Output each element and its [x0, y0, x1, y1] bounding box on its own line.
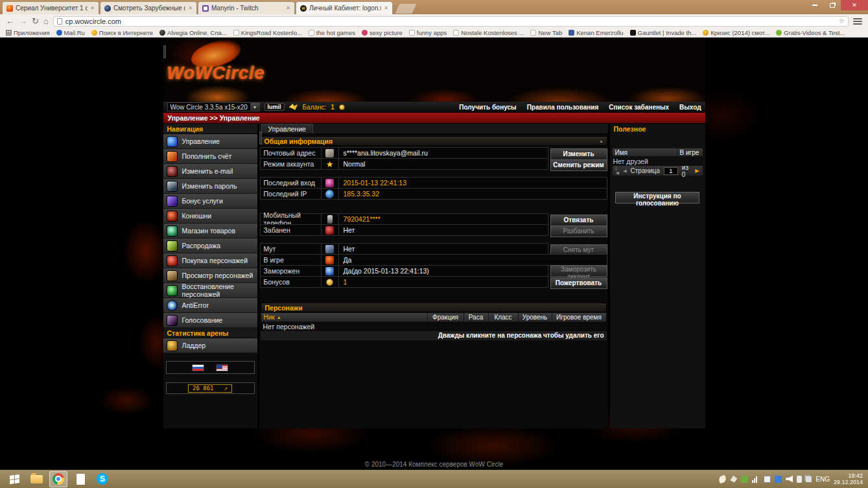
tab-management[interactable]: Управление	[261, 124, 313, 134]
column-faction[interactable]: Фракция	[427, 313, 463, 321]
sidebar-item-ladder[interactable]: Ладдер	[163, 338, 257, 353]
bookmark-gauntlet[interactable]: Gauntlet | Invade th...	[630, 29, 697, 36]
restore-button[interactable]	[823, 0, 841, 10]
apps-shortcut[interactable]: Приложения	[6, 29, 50, 36]
tray-blue-icon[interactable]	[775, 476, 782, 483]
close-button[interactable]: ✕	[841, 0, 868, 10]
sidebar-item-topup[interactable]: Пополнить счёт	[163, 149, 257, 164]
us-flag-icon[interactable]	[216, 364, 228, 371]
tray-leaf-icon[interactable]	[718, 474, 727, 483]
sidebar-item-restore-characters[interactable]: Восстановление персонажей	[163, 283, 257, 298]
server-select[interactable]: Wow Circle 3.3.5a x15-x20 ▾	[167, 102, 260, 111]
tab-smotret[interactable]: Смотреть Зарубежные с ✕	[100, 1, 197, 14]
home-icon[interactable]: ⌂	[43, 17, 49, 25]
start-button[interactable]	[5, 471, 23, 487]
visit-counter-banner[interactable]: 26 861 ↗	[166, 382, 255, 394]
sidebar-item-voting[interactable]: Голосование	[163, 313, 257, 328]
wowcircle-logo[interactable]: WoWCircle	[167, 64, 265, 84]
bookmark-kingsroad[interactable]: KingsRoad Kostenlo...	[233, 29, 302, 36]
bookmark-funnyapps[interactable]: funny apps	[409, 29, 447, 36]
column-class[interactable]: Класс	[488, 313, 518, 321]
first-page-icon[interactable]: |◀	[616, 166, 620, 176]
bookmark-star-icon[interactable]: ☆	[838, 17, 845, 25]
bookmark-alvegia[interactable]: Alvegia Online. Спа...	[159, 29, 227, 36]
sidebar-item-sale[interactable]: Распродажа	[163, 238, 257, 253]
column-playtime[interactable]: Игровое время	[552, 313, 606, 321]
bookmark-nostale[interactable]: Nostale Kostenloses ...	[453, 29, 524, 36]
tray-bird-warning-icon[interactable]	[730, 476, 737, 483]
tab-close-icon[interactable]: ✕	[90, 5, 95, 11]
taskbar-clock[interactable]: 19:42 29.12.2014	[834, 472, 863, 485]
unban-button[interactable]: Разбанить	[550, 226, 607, 237]
column-nick[interactable]: Ник▲	[261, 313, 427, 321]
bookmark-search[interactable]: Поиск в Интернете	[91, 29, 153, 36]
column-level[interactable]: Уровень	[518, 313, 552, 321]
bookmark-sexypicture[interactable]: sexy picture	[362, 29, 403, 36]
power-icon[interactable]	[797, 476, 802, 483]
next-page-icon[interactable]: ▶	[695, 168, 699, 174]
minimize-button[interactable]	[806, 0, 823, 10]
language-indicator[interactable]: ENG	[815, 476, 830, 483]
general-info-header[interactable]: Общая информация ▴	[260, 136, 607, 146]
network-signal-icon[interactable]	[752, 476, 760, 483]
sidebar-item-item-shop[interactable]: Магазин товаров	[163, 224, 257, 238]
bookmark-gratis[interactable]: Gratis-Videos & Test...	[776, 29, 845, 36]
sidebar-item-manage[interactable]: Управление	[163, 134, 257, 149]
freeze-account-button[interactable]: Заморозить аккаунт	[550, 265, 607, 277]
mobile-phone-row: Мобильный телефон7920421**** Отвязать	[260, 213, 607, 225]
bookmark-krizis[interactable]: Кризис (2014) смот...	[703, 29, 769, 36]
sidebar-item-antierror[interactable]: AntiError	[163, 298, 257, 313]
bookmark-newtab[interactable]: New Tab	[530, 29, 562, 36]
new-tab-button[interactable]	[395, 4, 417, 14]
sidebar-item-change-email[interactable]: Изменить e-mail	[163, 164, 257, 179]
get-bonuses-link[interactable]: Получить бонусы	[459, 104, 516, 111]
column-race[interactable]: Раса	[463, 313, 488, 321]
browser-toolbar: ← → ↻ ⌂ cp.wowcircle.com ☆	[0, 14, 868, 28]
chrome-taskbar-button[interactable]	[49, 471, 67, 487]
sidebar-item-bonus-services[interactable]: Бонус услуги	[163, 194, 257, 209]
tab-serial[interactable]: Сериал Университет 1 с ✕	[2, 1, 99, 14]
tab-twitch[interactable]: Manyrin - Twitch ✕	[198, 1, 295, 14]
column-ingame[interactable]: В игре	[677, 148, 703, 156]
voting-instructions-button[interactable]: Инструкция по голосованию	[615, 192, 699, 203]
chrome-menu-icon[interactable]	[853, 18, 862, 25]
bookmark-facebook[interactable]: Kenan Emerzollu	[569, 29, 623, 36]
action-center-flag-icon[interactable]	[764, 476, 771, 483]
sidebar-item-buy-characters[interactable]: Покупка персонажей	[163, 253, 257, 268]
panel-collapse-handle[interactable]	[259, 132, 262, 145]
tray-green-icon[interactable]	[741, 476, 748, 483]
chevron-down-icon[interactable]: ▾	[250, 103, 259, 111]
tab-wowcircle-active[interactable]: W Личный Кабинет: logon.w ✕	[296, 1, 393, 14]
characters-header[interactable]: Персонажи	[261, 303, 607, 312]
banned-list-link[interactable]: Список забаненых	[609, 104, 669, 111]
tab-close-icon[interactable]: ✕	[384, 5, 388, 11]
skype-button[interactable]: S	[93, 471, 111, 487]
bookmark-mailru[interactable]: Mail.Ru	[56, 29, 85, 36]
back-icon[interactable]: ←	[6, 17, 14, 25]
address-bar[interactable]: cp.wowcircle.com ☆	[53, 16, 849, 27]
file-explorer-button[interactable]	[27, 471, 45, 487]
page-number-input[interactable]	[664, 167, 678, 175]
forward-icon[interactable]: →	[19, 17, 27, 25]
donate-button[interactable]: Пожертвовать	[550, 277, 607, 289]
sidebar-item-stables[interactable]: Конюшни	[163, 209, 257, 224]
document-app-button[interactable]	[71, 471, 89, 487]
tab-close-icon[interactable]: ✕	[286, 5, 290, 11]
change-mode-button[interactable]: Сменить режим	[550, 159, 607, 171]
logout-link[interactable]: Выход	[679, 104, 701, 111]
hidden-icons-icon[interactable]	[806, 476, 812, 482]
tab-close-icon[interactable]: ✕	[188, 5, 193, 11]
reload-icon[interactable]: ↻	[32, 17, 39, 25]
russian-flag-icon[interactable]	[192, 364, 204, 371]
sidebar-item-change-password[interactable]: Изменить пароль	[163, 179, 257, 194]
prev-page-icon[interactable]: ◀	[623, 168, 626, 174]
collapse-icon[interactable]: ▴	[600, 138, 602, 144]
bookmark-hotgames[interactable]: the hot games	[309, 29, 355, 36]
rules-link[interactable]: Правила пользования	[527, 104, 599, 111]
sidebar-item-view-characters[interactable]: Просмотр персонажей	[163, 268, 257, 283]
panel-collapse-handle[interactable]	[163, 45, 166, 58]
counter-value: 26 861	[193, 385, 214, 391]
volume-icon[interactable]	[786, 476, 793, 483]
column-name[interactable]: Имя	[613, 148, 677, 156]
url-text[interactable]: cp.wowcircle.com	[65, 17, 121, 25]
